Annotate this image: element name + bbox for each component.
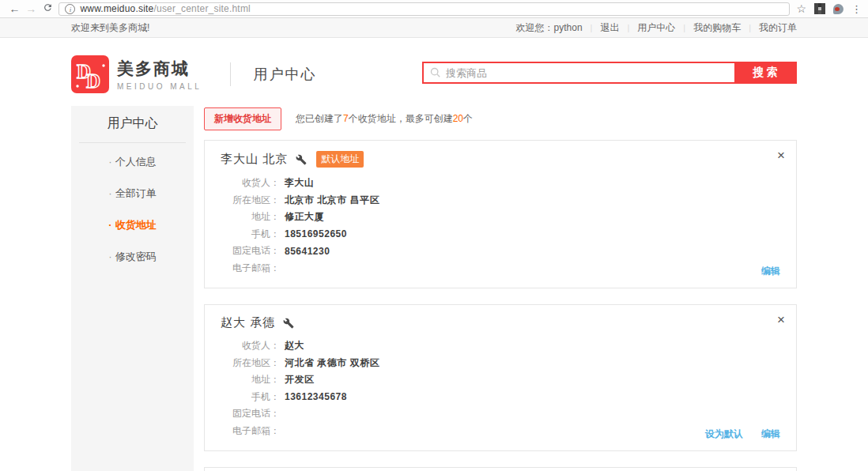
sidebar: 用户中心 ·个人信息·全部订单·收货地址·修改密码	[71, 106, 194, 471]
bullet-icon: ·	[108, 187, 111, 199]
address-title: 李大山 北京	[221, 152, 288, 167]
forward-icon[interactable]: →	[23, 2, 40, 15]
address-content: 新增收货地址 您已创建了7个收货地址，最多可创建20个 × 李大山 北京 默认地…	[204, 106, 797, 471]
edit-link[interactable]: 编辑	[761, 266, 780, 277]
field-label: 地址：	[221, 373, 280, 386]
wrench-edit-icon[interactable]	[283, 318, 294, 329]
search-button[interactable]: 搜索	[736, 62, 797, 84]
address-field-row: 固定电话：	[221, 405, 780, 423]
divider	[230, 62, 231, 86]
address-field-row: 手机：18516952650	[221, 226, 780, 243]
default-address-badge: 默认地址	[316, 151, 364, 168]
divider: |	[683, 23, 685, 32]
address-field-row: 所在地区：河北省 承德市 双桥区	[221, 355, 780, 372]
field-label: 固定电话：	[221, 244, 280, 258]
field-value: 赵大	[285, 339, 304, 352]
field-label: 收货人：	[221, 176, 280, 190]
bullet-icon: ·	[108, 156, 111, 168]
bullet-icon: ·	[108, 219, 111, 231]
address-field-row: 收货人：赵大	[221, 337, 780, 355]
address-field-row: 固定电话：85641230	[221, 243, 780, 260]
reload-icon[interactable]	[40, 2, 56, 15]
edit-link[interactable]: 编辑	[761, 428, 780, 439]
greeting-text: 欢迎您：python	[516, 21, 583, 35]
address-field-row: 收货人：李大山	[221, 175, 780, 192]
address-bar[interactable]: i www.meiduo.site/user_center_site.html	[58, 2, 790, 16]
search-input[interactable]	[446, 67, 728, 79]
field-value: 河北省 承德市 双桥区	[285, 356, 379, 370]
add-address-button[interactable]: 新增收货地址	[204, 107, 281, 130]
divider: |	[749, 23, 751, 32]
divider: |	[591, 23, 593, 32]
search-box	[422, 62, 736, 84]
field-label: 手机：	[221, 228, 280, 241]
page-info-icon[interactable]: i	[65, 4, 75, 14]
browser-toolbar: ← → i www.meiduo.site/user_center_site.h…	[0, 0, 868, 18]
address-card: × 周日 收货人：周日所在地区：地址：手机：固定电话：电子邮箱： 设为默认 编辑	[204, 467, 797, 471]
address-max: 20	[453, 113, 463, 124]
url-path: /user_center_site.html	[153, 3, 250, 14]
username: python	[554, 22, 583, 33]
sidebar-item-1[interactable]: ·全部订单	[71, 179, 194, 208]
field-label: 固定电话：	[221, 407, 280, 420]
address-card: × 赵大 承德 收货人：赵大所在地区：河北省 承德市 双桥区地址：开发区手机：1…	[204, 304, 797, 451]
back-icon[interactable]: ←	[6, 2, 23, 15]
field-label: 所在地区：	[221, 194, 280, 207]
extension-icon[interactable]	[833, 4, 843, 14]
sidebar-item-3[interactable]: ·修改密码	[71, 243, 194, 271]
top-utility-bar: 欢迎来到美多商城! 欢迎您：python |退出|用户中心|我的购物车|我的订单	[0, 18, 868, 38]
field-value: 李大山	[285, 176, 315, 190]
svg-text:D: D	[86, 70, 100, 92]
address-field-row: 手机：13612345678	[221, 389, 780, 406]
topbar-link-0[interactable]: 退出	[600, 21, 619, 35]
wrench-edit-icon[interactable]	[296, 154, 307, 165]
site-header: D D 美多商城 MEIDUO MALL 用户中心 搜索	[71, 49, 797, 100]
sidebar-item-2[interactable]: ·收货地址	[71, 211, 194, 239]
bookmark-star-icon[interactable]: ☆	[796, 2, 806, 15]
close-icon[interactable]: ×	[777, 313, 785, 326]
field-label: 电子邮箱：	[221, 262, 280, 275]
welcome-text: 欢迎来到美多商城!	[71, 21, 149, 35]
address-count-summary: 您已创建了7个收货地址，最多可创建20个	[296, 112, 473, 126]
address-field-row: 所在地区：北京市 北京市 昌平区	[221, 192, 780, 209]
address-count: 7	[343, 113, 349, 124]
field-value: 13612345678	[285, 391, 347, 402]
extension-qr-icon[interactable]	[814, 3, 825, 14]
topbar-link-2[interactable]: 我的购物车	[693, 21, 741, 35]
brand-name-cn: 美多商城	[117, 58, 202, 80]
sidebar-title: 用户中心	[79, 106, 186, 143]
address-field-row: 电子邮箱：	[221, 260, 780, 277]
field-value: 85641230	[285, 246, 330, 257]
address-card: × 李大山 北京 默认地址 收货人：李大山所在地区：北京市 北京市 昌平区地址：…	[204, 140, 797, 288]
field-value: 北京市 北京市 昌平区	[285, 194, 379, 207]
search-icon	[430, 67, 441, 78]
divider: |	[627, 23, 629, 32]
bullet-icon: ·	[108, 251, 111, 262]
meiduo-logo-icon[interactable]: D D	[71, 55, 109, 93]
page-title: 用户中心	[253, 65, 316, 84]
sidebar-item-0[interactable]: ·个人信息	[71, 148, 194, 176]
field-value: 18516952650	[285, 228, 347, 239]
field-label: 手机：	[221, 390, 280, 404]
field-value: 修正大厦	[285, 210, 324, 224]
field-label: 地址：	[221, 210, 280, 224]
address-field-row: 地址：开发区	[221, 371, 780, 389]
topbar-link-1[interactable]: 用户中心	[637, 21, 675, 35]
field-label: 电子邮箱：	[221, 424, 280, 438]
field-value: 开发区	[285, 373, 315, 386]
field-label: 收货人：	[221, 339, 280, 352]
set-default-link[interactable]: 设为默认	[705, 428, 743, 439]
address-title: 赵大 承德	[221, 315, 275, 330]
topbar-link-3[interactable]: 我的订单	[759, 21, 797, 35]
close-icon[interactable]: ×	[777, 149, 785, 162]
url-host: www.meiduo.site	[80, 3, 153, 14]
browser-menu-icon[interactable]: ⋮	[851, 3, 862, 15]
field-label: 所在地区：	[221, 356, 280, 370]
brand-name-en: MEIDUO MALL	[117, 82, 202, 91]
address-field-row: 地址：修正大厦	[221, 209, 780, 226]
